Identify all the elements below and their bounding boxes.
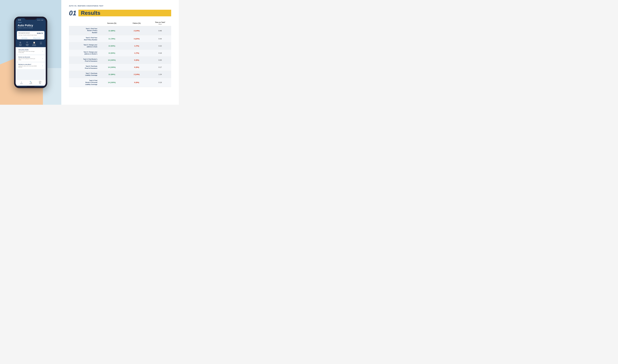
phone: 9:41 ▲▲▲ ☁ ▬ ‹ Home Auto Policy Effectiv… bbox=[14, 17, 47, 88]
failure-value: 1 (7%) bbox=[134, 52, 139, 54]
results-number: 01 bbox=[69, 10, 76, 16]
success-cell: 11 (78%) bbox=[99, 35, 124, 42]
list-item-title: Review my discounts bbox=[18, 56, 35, 58]
table-row: Task 8: FindRenter's PersonalLiability C… bbox=[69, 78, 171, 87]
phone-header: ‹ Home Auto Policy Effective 11/20/20 to… bbox=[16, 21, 46, 30]
list-item[interactable]: Review my discounts Make sure you're get… bbox=[17, 55, 44, 62]
success-cell: 14 (100%) bbox=[99, 64, 124, 71]
time-header-sub: Mean bbox=[158, 24, 162, 25]
failure-cell: 2 (14%) bbox=[124, 71, 149, 78]
failure-value: 0 (0%) bbox=[134, 59, 139, 61]
list-item-content: View policy details View the vehicles, d… bbox=[18, 49, 35, 53]
success-cell: 14 (100%) bbox=[99, 78, 124, 87]
task-cell: Task 7: Find AutoLiability Coverage bbox=[69, 71, 99, 78]
failure-value: 0 (0%) bbox=[134, 66, 139, 68]
back-link[interactable]: ‹ Home bbox=[18, 22, 44, 23]
home-nav-item[interactable]: ⌂ Home bbox=[20, 81, 23, 84]
status-icons: ▲▲▲ ☁ ▬ bbox=[37, 19, 43, 21]
search-icon: 🔍 bbox=[30, 81, 32, 83]
col-task-header bbox=[69, 20, 99, 26]
failure-value: 0 (0%) bbox=[134, 81, 139, 83]
policy-dates: Effective 11/20/20 to 05/20/21 bbox=[18, 27, 44, 28]
success-value: 12 (86%) bbox=[108, 30, 115, 32]
right-panel: AUTO VS. RENTERS COEXISTENCE TEST 01 Res… bbox=[61, 0, 179, 105]
payment-row: Next payment amount $189.72 bbox=[18, 32, 43, 34]
billing-summary-link[interactable]: Billing summary bbox=[31, 38, 43, 39]
list-item[interactable]: Moving to a new place? Update your addre… bbox=[17, 63, 44, 69]
chat-nav-item[interactable]: 💬 Chat bbox=[39, 81, 41, 84]
home-indicator bbox=[27, 86, 35, 87]
more-button[interactable]: ••• More bbox=[38, 41, 44, 46]
time-value: 0:44 bbox=[158, 38, 162, 40]
chevron-right-icon: › bbox=[42, 50, 43, 52]
time-value: 0:20 bbox=[158, 59, 162, 61]
success-cell: 13 (93%) bbox=[99, 42, 124, 50]
chevron-right-icon: › bbox=[42, 58, 43, 59]
search-nav-label: Search bbox=[29, 83, 32, 84]
col-success-header: Success (%) bbox=[99, 20, 124, 26]
more-label: More bbox=[40, 43, 42, 44]
table-row: Task 3: Change youraddress in Auto13 (93… bbox=[69, 42, 171, 50]
search-nav-item[interactable]: 🔍 Search bbox=[29, 81, 32, 84]
task-cell: Task 4: Change youraddress in Renter's bbox=[69, 50, 99, 57]
success-cell: 14 (100%) bbox=[99, 57, 124, 64]
update-policy-button[interactable]: 🛡 UpdatePolicy bbox=[24, 41, 31, 46]
id-card-icon: ⊡ bbox=[20, 41, 21, 44]
failure-cell: 0 (0%) bbox=[124, 64, 149, 71]
success-header-label: Success (%) bbox=[107, 22, 116, 24]
success-value: 11 (78%) bbox=[108, 38, 115, 40]
time-cell: 0:46 bbox=[149, 26, 171, 35]
time-value: 0:17 bbox=[158, 66, 162, 68]
list-item-title: View policy details bbox=[18, 49, 35, 51]
time-header-label: Time on Task* bbox=[155, 21, 165, 23]
payment-card: Next payment amount $189.72 Due Aug. 19,… bbox=[17, 31, 44, 39]
task-cell: Task 8: FindRenter's PersonalLiability C… bbox=[69, 78, 99, 87]
chevron-right-icon: › bbox=[42, 65, 43, 67]
time-cell: 0:18 bbox=[149, 50, 171, 57]
table-row: Task 7: Find AutoLiability Coverage12 (8… bbox=[69, 71, 171, 78]
wifi-icon: ☁ bbox=[41, 19, 42, 21]
failure-value: 2 (14%) bbox=[134, 73, 140, 75]
battery-icon: ▬ bbox=[42, 19, 43, 21]
time-value: 0:18 bbox=[158, 52, 162, 54]
payment-due: Due Aug. 19, paid monthly through autopa… bbox=[18, 35, 43, 36]
task-cell: Task 6: Find AutoProof of Insurance bbox=[69, 64, 99, 71]
list-item[interactable]: View policy details View the vehicles, d… bbox=[17, 48, 44, 54]
proof-of-insurance-label: Proof ofInsurance bbox=[32, 44, 36, 46]
table-row: Task 1: Find YourRenter's PolicyNumber12… bbox=[69, 26, 171, 35]
time-cell: 0:19 bbox=[149, 78, 171, 87]
phone-screen: 9:41 ▲▲▲ ☁ ▬ ‹ Home Auto Policy Effectiv… bbox=[16, 18, 46, 87]
signal-icon: ▲▲▲ bbox=[37, 19, 40, 21]
table-row: Task 6: Find AutoProof of Insurance14 (1… bbox=[69, 64, 171, 71]
col-time-header: Time on Task* Mean bbox=[149, 20, 171, 26]
more-icon: ••• bbox=[40, 41, 42, 43]
get-id-cards-button[interactable]: ⊡ Get IDCards bbox=[17, 41, 24, 46]
chat-icon: 💬 bbox=[39, 81, 41, 83]
results-heading: 01 Results bbox=[69, 10, 171, 16]
payment-amount: $189.72 bbox=[37, 32, 43, 34]
list-item-desc: Update your address and review any avail… bbox=[18, 65, 37, 68]
proof-of-insurance-button[interactable]: 📋 Proof ofInsurance bbox=[31, 41, 38, 46]
failure-value: 1 (7%) bbox=[134, 45, 139, 47]
time-cell: 1:24 bbox=[149, 71, 171, 78]
success-value: 13 (93%) bbox=[108, 45, 115, 47]
shield-icon: 🛡 bbox=[26, 41, 28, 44]
failure-value: 2 (14%) bbox=[134, 30, 140, 32]
success-value: 14 (100%) bbox=[108, 81, 116, 83]
home-icon: ⌂ bbox=[21, 81, 22, 83]
results-label: Results bbox=[81, 10, 100, 16]
results-label-bar: Results bbox=[78, 10, 171, 16]
failure-cell: 0 (0%) bbox=[124, 57, 149, 64]
edit-autopay-link[interactable]: Edit autopay bbox=[18, 38, 31, 39]
policy-title: Auto Policy bbox=[18, 24, 44, 27]
success-value: 12 (86%) bbox=[108, 73, 115, 75]
bottom-nav: ⌂ Home 🔍 Search 💬 Chat bbox=[16, 80, 46, 86]
failure-cell: 2 (14%) bbox=[124, 26, 149, 35]
chevron-left-icon: ‹ bbox=[18, 22, 18, 23]
failure-cell: 0 (0%) bbox=[124, 78, 149, 87]
list-item-desc: Make sure you're getting the most for yo… bbox=[18, 58, 35, 60]
success-cell: 12 (86%) bbox=[99, 71, 124, 78]
success-cell: 13 (93%) bbox=[99, 50, 124, 57]
phone-wrapper: 9:41 ▲▲▲ ☁ ▬ ‹ Home Auto Policy Effectiv… bbox=[14, 17, 47, 88]
task-cell: Task 2: Find YourAuto Policy Number bbox=[69, 35, 99, 42]
